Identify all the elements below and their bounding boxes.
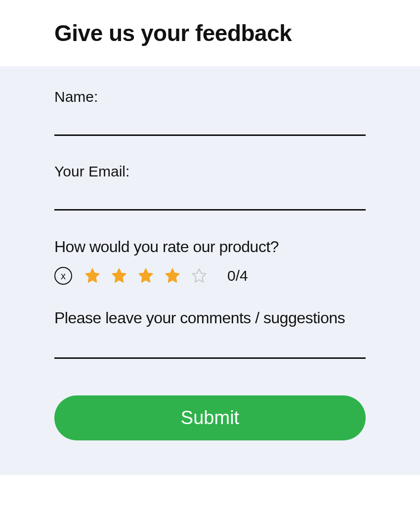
comments-label: Please leave your comments / suggestions xyxy=(54,307,366,329)
stars-container xyxy=(84,267,208,284)
rating-value: 0/4 xyxy=(227,267,248,284)
email-label: Your Email: xyxy=(54,163,366,180)
star-filled-icon[interactable] xyxy=(164,267,181,284)
submit-button[interactable]: Submit xyxy=(54,395,366,440)
rating-row: x 0/4 xyxy=(54,267,366,285)
rating-block: How would you rate our product? x 0/4 xyxy=(54,238,366,285)
rating-label: How would you rate our product? xyxy=(54,238,366,256)
comments-block: Please leave your comments / suggestions xyxy=(54,307,366,361)
clear-rating-icon[interactable]: x xyxy=(54,267,72,285)
star-filled-icon[interactable] xyxy=(111,267,127,284)
star-filled-icon[interactable] xyxy=(84,267,101,284)
feedback-form: Name: Your Email: How would you rate our… xyxy=(0,66,420,475)
name-input[interactable] xyxy=(54,114,366,136)
email-field: Your Email: xyxy=(54,163,366,211)
star-filled-icon[interactable] xyxy=(137,267,154,284)
page-title: Give us your feedback xyxy=(54,20,366,46)
email-input[interactable] xyxy=(54,189,366,211)
star-outline-icon[interactable] xyxy=(191,267,208,284)
comments-input[interactable] xyxy=(54,341,366,359)
name-field: Name: xyxy=(54,88,366,136)
name-label: Name: xyxy=(54,88,366,105)
header: Give us your feedback xyxy=(0,0,420,66)
